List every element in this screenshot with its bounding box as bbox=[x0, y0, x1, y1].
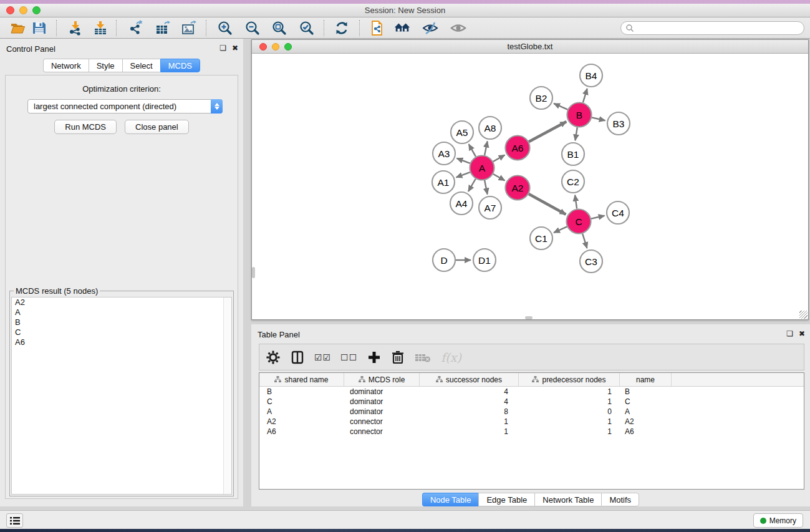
graph-node-A1[interactable]: A1 bbox=[432, 171, 455, 193]
table-cell[interactable]: dominator bbox=[344, 397, 420, 407]
node-table[interactable]: shared name MCDS role bbox=[259, 372, 804, 490]
table-cell[interactable]: A6 bbox=[620, 427, 672, 437]
table-row[interactable]: A2connector11A2 bbox=[259, 417, 804, 427]
close-panel-icon[interactable]: ✖ bbox=[232, 44, 238, 52]
graph-edge-C-C4[interactable] bbox=[591, 216, 605, 219]
zoom-in-icon[interactable] bbox=[216, 19, 234, 37]
table-cell[interactable]: dominator bbox=[344, 387, 420, 397]
table-cell[interactable]: 1 bbox=[420, 427, 519, 437]
zoom-fit-icon[interactable] bbox=[271, 19, 288, 37]
graph-node-B3[interactable]: B3 bbox=[607, 112, 630, 135]
tab-select[interactable]: Select bbox=[122, 59, 160, 72]
graph-node-B4[interactable]: B4 bbox=[580, 64, 602, 87]
export-network-icon[interactable] bbox=[127, 19, 145, 37]
result-list-scrollbar[interactable] bbox=[223, 297, 231, 494]
column-header-mcds-role[interactable]: MCDS role bbox=[344, 373, 420, 386]
column-insert-icon[interactable] bbox=[290, 348, 305, 367]
graph-edge-A-A5[interactable] bbox=[469, 144, 476, 157]
table-cell[interactable]: 4 bbox=[420, 397, 519, 407]
table-row[interactable]: A6connector11A6 bbox=[259, 427, 804, 437]
graph-node-D[interactable]: D bbox=[433, 249, 455, 271]
table-cell[interactable]: A2 bbox=[620, 417, 672, 427]
zoom-selected-icon[interactable] bbox=[298, 19, 316, 37]
graph-node-C1[interactable]: C1 bbox=[530, 227, 552, 249]
graph-edge-A-A8[interactable] bbox=[485, 142, 488, 155]
main-titlebar[interactable]: Session: New Session bbox=[0, 4, 810, 17]
mcds-result-item[interactable]: A6 bbox=[12, 337, 231, 347]
table-cell[interactable]: C bbox=[259, 397, 344, 407]
table-cell[interactable]: 1 bbox=[519, 417, 620, 427]
table-cell[interactable]: A6 bbox=[259, 427, 344, 437]
column-header-shared-name[interactable]: shared name bbox=[259, 373, 344, 386]
graph-edge-B-B2[interactable] bbox=[554, 104, 567, 110]
graph-node-A[interactable]: A bbox=[470, 156, 494, 180]
graph-edge-A-A2[interactable] bbox=[493, 174, 505, 180]
table-cell[interactable]: 0 bbox=[519, 407, 620, 417]
graph-node-A3[interactable]: A3 bbox=[433, 142, 455, 165]
table-cell[interactable]: 1 bbox=[519, 427, 620, 437]
network-horizontal-scrollbar[interactable] bbox=[525, 316, 533, 319]
export-table-icon[interactable] bbox=[154, 19, 171, 37]
optimization-criterion-select[interactable]: largest connected component (directed) bbox=[27, 99, 223, 114]
mcds-result-item[interactable]: C bbox=[12, 327, 231, 337]
network-canvas[interactable]: B4B2BB3B1A5A8A6A3AA1C2A4A7A2C4CC1C3DD1 bbox=[252, 54, 808, 316]
graph-node-A4[interactable]: A4 bbox=[450, 192, 473, 215]
table-cell[interactable]: A2 bbox=[259, 417, 344, 427]
table-row[interactable]: Adominator80A bbox=[259, 407, 804, 417]
resize-grip-icon[interactable] bbox=[799, 311, 808, 319]
float-panel-icon[interactable]: ❏ bbox=[786, 329, 793, 338]
tab-network-table[interactable]: Network Table bbox=[534, 493, 601, 506]
table-row[interactable]: Cdominator41C bbox=[259, 397, 804, 407]
mcds-result-list[interactable]: A2ABCA6 bbox=[11, 297, 232, 495]
mcds-result-item[interactable]: B bbox=[12, 317, 231, 327]
table-cell[interactable]: 1 bbox=[519, 397, 620, 407]
task-history-button[interactable] bbox=[6, 513, 23, 528]
table-cell[interactable]: 1 bbox=[420, 417, 519, 427]
tab-motifs[interactable]: Motifs bbox=[601, 493, 639, 506]
table-cell[interactable]: 1 bbox=[519, 387, 620, 397]
table-cell[interactable]: B bbox=[620, 387, 672, 397]
open-session-icon[interactable] bbox=[9, 19, 26, 37]
graph-node-C[interactable]: C bbox=[567, 210, 591, 234]
network-graph[interactable]: B4B2BB3B1A5A8A6A3AA1C2A4A7A2C4CC1C3DD1 bbox=[252, 54, 808, 316]
import-table-icon[interactable] bbox=[92, 19, 109, 37]
table-cell[interactable]: 8 bbox=[420, 407, 519, 417]
graph-edge-B-B1[interactable] bbox=[575, 127, 577, 140]
save-session-icon[interactable] bbox=[31, 19, 48, 37]
graph-edge-C-C2[interactable] bbox=[575, 195, 577, 209]
hide-selected-icon[interactable] bbox=[422, 19, 439, 37]
tab-style[interactable]: Style bbox=[89, 59, 122, 72]
graph-node-A5[interactable]: A5 bbox=[451, 121, 473, 143]
zoom-out-icon[interactable] bbox=[244, 19, 261, 37]
graph-node-A6[interactable]: A6 bbox=[506, 136, 530, 160]
memory-button[interactable]: Memory bbox=[753, 513, 803, 528]
network-window-titlebar[interactable]: testGlobe.txt bbox=[252, 40, 808, 54]
graph-node-A2[interactable]: A2 bbox=[506, 176, 530, 200]
network-window[interactable]: testGlobe.txt B4B2BB3B1A5A8A6A3AA1C2A4A7… bbox=[251, 39, 809, 320]
tab-network[interactable]: Network bbox=[43, 59, 89, 72]
search-field[interactable] bbox=[620, 21, 804, 35]
graph-node-B[interactable]: B bbox=[567, 103, 592, 127]
table-cell[interactable]: C bbox=[620, 397, 672, 407]
table-row[interactable]: Bdominator41B bbox=[259, 387, 804, 397]
tab-node-table[interactable]: Node Table bbox=[422, 493, 479, 506]
graph-edge-C-C1[interactable] bbox=[554, 226, 567, 233]
table-cell[interactable]: B bbox=[259, 387, 344, 397]
graph-edge-A-A3[interactable] bbox=[457, 158, 470, 163]
search-input[interactable] bbox=[637, 24, 804, 32]
network-file-icon[interactable] bbox=[369, 19, 386, 37]
gear-icon[interactable] bbox=[266, 348, 281, 367]
table-cell[interactable]: connector bbox=[344, 427, 420, 437]
tab-mcds[interactable]: MCDS bbox=[160, 59, 200, 72]
graph-node-D1[interactable]: D1 bbox=[473, 249, 496, 271]
mcds-result-item[interactable]: A bbox=[12, 307, 231, 317]
home-icon[interactable] bbox=[393, 19, 411, 37]
deselect-all-icon[interactable]: ☐☐ bbox=[340, 348, 357, 367]
graph-edge-C-C3[interactable] bbox=[582, 234, 587, 248]
close-panel-icon[interactable]: ✖ bbox=[799, 329, 805, 338]
float-panel-icon[interactable]: ❏ bbox=[219, 44, 226, 52]
column-header-successor-nodes[interactable]: successor nodes bbox=[420, 373, 519, 386]
network-vertical-scrollbar[interactable] bbox=[252, 267, 255, 278]
tab-edge-table[interactable]: Edge Table bbox=[478, 493, 534, 506]
table-cell[interactable]: A bbox=[259, 407, 344, 417]
